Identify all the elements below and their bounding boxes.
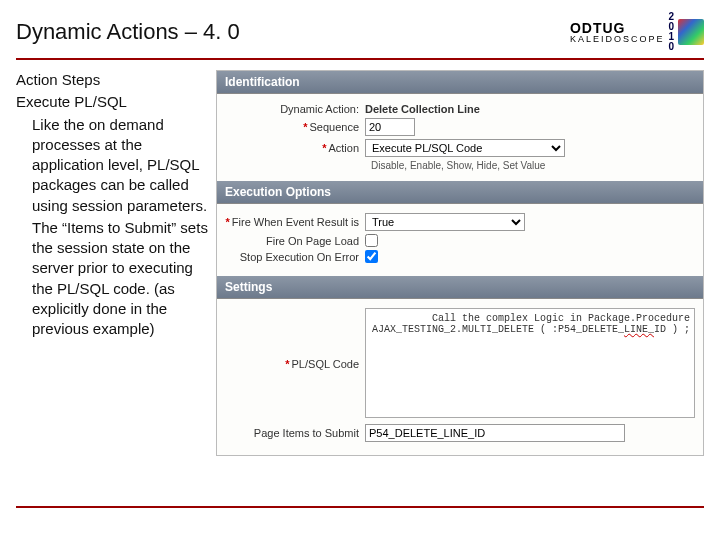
fire-on-load-label: Fire On Page Load xyxy=(225,235,365,247)
logo-sub: KALEIDOSCOPE xyxy=(570,35,665,44)
fire-on-load-checkbox[interactable] xyxy=(365,234,378,247)
identification-heading: Identification xyxy=(217,71,703,94)
desc-line-2: Execute PL/SQL xyxy=(16,92,208,112)
logo-year: 2010 xyxy=(668,12,674,52)
desc-line-4: The “Items to Submit” sets the session s… xyxy=(16,218,208,340)
page-title: Dynamic Actions – 4. 0 xyxy=(16,19,240,45)
stop-on-error-label: Stop Execution On Error xyxy=(225,251,365,263)
stop-on-error-checkbox[interactable] xyxy=(365,250,378,263)
items-to-submit-input[interactable] xyxy=(365,424,625,442)
form-panel: Identification Dynamic Action: Delete Co… xyxy=(216,70,704,456)
fire-when-select[interactable]: True xyxy=(365,213,525,231)
sequence-input[interactable] xyxy=(365,118,415,136)
execution-heading: Execution Options xyxy=(217,181,703,204)
required-icon: * xyxy=(285,358,289,370)
dynamic-action-value: Delete Collection Line xyxy=(365,103,480,115)
action-select[interactable]: Execute PL/SQL Code xyxy=(365,139,565,157)
action-hint: Disable, Enable, Show, Hide, Set Value xyxy=(371,160,695,171)
sequence-label: Sequence xyxy=(309,121,359,133)
plsql-code-label: PL/SQL Code xyxy=(292,358,359,370)
desc-line-3: Like the on demand processes at the appl… xyxy=(16,115,208,216)
required-icon: * xyxy=(322,142,326,154)
required-icon: * xyxy=(303,121,307,133)
required-icon: * xyxy=(226,216,230,228)
plsql-code-textarea[interactable]: Call the complex Logic in Package.Proced… xyxy=(365,308,695,418)
footer-rule xyxy=(16,506,704,508)
fire-when-label: Fire When Event Result is xyxy=(232,216,359,228)
items-to-submit-label: Page Items to Submit xyxy=(225,427,365,439)
settings-heading: Settings xyxy=(217,276,703,299)
desc-line-1: Action Steps xyxy=(16,70,208,90)
logo-image xyxy=(678,19,704,45)
dynamic-action-label: Dynamic Action: xyxy=(225,103,365,115)
action-label: Action xyxy=(328,142,359,154)
logo-main: ODTUG xyxy=(570,21,665,35)
logo: ODTUG KALEIDOSCOPE 2010 xyxy=(570,12,704,52)
description-panel: Action Steps Execute PL/SQL Like the on … xyxy=(16,70,208,456)
